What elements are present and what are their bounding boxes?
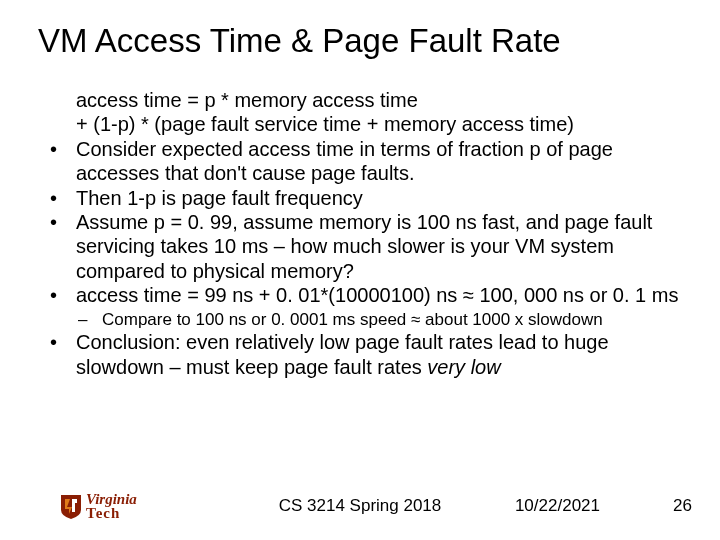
bullet-item: Assume p = 0. 99, assume memory is 100 n… <box>32 210 688 283</box>
bullet-item: access time = 99 ns + 0. 01*(10000100) n… <box>32 283 688 307</box>
bullet-item: Conclusion: even relatively low page fau… <box>32 330 688 379</box>
bullet-text: Then 1-p is page fault frequency <box>76 187 363 209</box>
page-number: 26 <box>673 496 692 516</box>
bullet-text-italic: very low <box>427 356 500 378</box>
bullet-list-2: Conclusion: even relatively low page fau… <box>32 330 688 379</box>
vt-logo: Virginia Tech <box>60 493 137 520</box>
bullet-text: Consider expected access time in terms o… <box>76 138 613 184</box>
logo-line-2: Tech <box>86 507 137 521</box>
logo-text: Virginia Tech <box>86 493 137 520</box>
slide-content: access time = p * memory access time + (… <box>32 88 688 379</box>
bullet-text: Conclusion: even relatively low page fau… <box>76 331 609 377</box>
sub-bullet-item: Compare to 100 ns or 0. 0001 ms speed ≈ … <box>32 310 688 331</box>
bullet-item: Consider expected access time in terms o… <box>32 137 688 186</box>
sub-bullet-list: Compare to 100 ns or 0. 0001 ms speed ≈ … <box>32 310 688 331</box>
slide-title: VM Access Time & Page Fault Rate <box>38 22 688 60</box>
footer-date: 10/22/2021 <box>515 496 600 516</box>
formula-line-1: access time = p * memory access time <box>76 88 688 112</box>
formula-line-2: + (1-p) * (page fault service time + mem… <box>76 112 688 136</box>
bullet-item: Then 1-p is page fault frequency <box>32 186 688 210</box>
footer-course: CS 3214 Spring 2018 <box>279 496 442 516</box>
slide: VM Access Time & Page Fault Rate access … <box>0 0 720 540</box>
bullet-text: access time = 99 ns + 0. 01*(10000100) n… <box>76 284 678 306</box>
formula-block: access time = p * memory access time + (… <box>76 88 688 137</box>
sub-bullet-text: Compare to 100 ns or 0. 0001 ms speed ≈ … <box>102 310 603 329</box>
bullet-list: Consider expected access time in terms o… <box>32 137 688 308</box>
shield-icon <box>60 494 82 520</box>
bullet-text: Assume p = 0. 99, assume memory is 100 n… <box>76 211 652 282</box>
footer: Virginia Tech CS 3214 Spring 2018 10/22/… <box>0 472 720 522</box>
